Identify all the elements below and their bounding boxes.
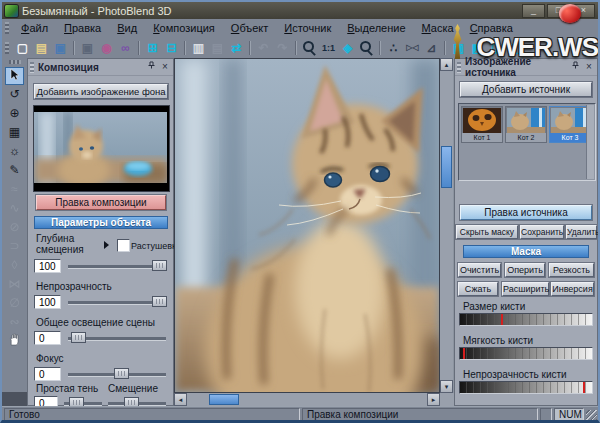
save-icon[interactable]: ▣ [52, 40, 69, 56]
delete-source-button[interactable]: Удалить [566, 225, 597, 239]
zoom-fit-icon[interactable]: ◈ [339, 40, 356, 56]
scene-light-slider[interactable] [68, 337, 166, 341]
depth-value[interactable]: 100 [34, 259, 61, 273]
rotate-tool[interactable]: ↺ [5, 86, 24, 104]
redo-icon[interactable]: ↷ [274, 40, 291, 56]
transform-distort-icon[interactable]: ◫ [507, 40, 524, 56]
background-thumbnail[interactable] [33, 105, 170, 192]
canvas-hscrollbar[interactable]: ◂ ▸ [174, 393, 440, 406]
opacity-slider-handle[interactable] [152, 296, 167, 307]
minimize-button[interactable]: _ [522, 4, 545, 18]
depth-slider[interactable] [68, 265, 166, 269]
opacity-value[interactable]: 100 [34, 295, 61, 309]
add-source-button[interactable]: Добавить источник [460, 82, 592, 97]
expand-mask-button[interactable]: Расширить [502, 282, 549, 296]
select-tool[interactable] [5, 67, 24, 85]
vscroll-thumb[interactable] [441, 146, 452, 188]
zoom-actual-icon[interactable]: 1:1 [320, 40, 337, 56]
focus-slider[interactable] [68, 373, 166, 377]
depth-expander-icon[interactable] [104, 241, 109, 249]
stereo-3d-icon[interactable]: ∞ [117, 40, 134, 56]
stamp-tool[interactable]: ∾ [5, 314, 24, 332]
invert-mask-button[interactable]: Инверсия [551, 282, 594, 296]
hscroll-thumb[interactable] [209, 394, 239, 405]
hide-mask-button[interactable]: Скрыть маску [456, 225, 518, 239]
lasso-tool[interactable]: ∿ [5, 200, 24, 218]
menu-help[interactable]: Справка [462, 20, 521, 36]
feather-checkbox[interactable] [117, 239, 130, 252]
source-thumbnail-2[interactable]: Кот 2 [505, 106, 547, 143]
smudge-tool[interactable]: ⊃ [5, 238, 24, 256]
menu-mask[interactable]: Маска [414, 20, 462, 36]
scene-light-value[interactable]: 0 [34, 331, 61, 345]
canvas-vscrollbar[interactable]: ▴ ▾ [440, 58, 453, 393]
image-tool[interactable]: ▦ [5, 124, 24, 142]
brush-softness-bar[interactable] [459, 347, 593, 360]
composition-panel-header: Композиция × [28, 59, 173, 76]
sharpen-mask-button[interactable]: Резкость [549, 263, 594, 277]
swap-sources-icon[interactable]: ⇄ [228, 40, 245, 56]
move-tool[interactable]: ⊕ [5, 105, 24, 123]
brush-tool[interactable]: ✎ [5, 162, 24, 180]
erase-tool[interactable]: ⊘ [5, 219, 24, 237]
menu-view[interactable]: Вид [109, 20, 145, 36]
menu-object[interactable]: Объект [223, 20, 276, 36]
undo-icon[interactable]: ↶ [255, 40, 272, 56]
move-point-icon[interactable]: ∴ [385, 40, 402, 56]
shrink-mask-button[interactable]: Сжать [458, 282, 498, 296]
menu-composition[interactable]: Композиция [145, 20, 223, 36]
focus-slider-handle[interactable] [114, 368, 129, 379]
close-icon[interactable]: × [159, 61, 171, 73]
focus-value[interactable]: 0 [34, 367, 61, 381]
menu-source[interactable]: Источник [276, 20, 339, 36]
resize-grip[interactable] [586, 410, 597, 421]
dodge-tool[interactable]: ◊ [5, 257, 24, 275]
paste-source-icon[interactable]: ⊟ [163, 40, 180, 56]
copy-icon[interactable]: ▥ [190, 40, 207, 56]
transform-scale-icon[interactable]: ◪ [488, 40, 505, 56]
zoom-icon[interactable] [301, 40, 318, 56]
hand-tool[interactable] [5, 333, 24, 351]
zoom-window-icon[interactable] [358, 40, 375, 56]
opacity-slider[interactable] [68, 301, 166, 305]
source-thumbnail-3[interactable]: Кот 3 [549, 106, 591, 143]
perspective-icon[interactable]: ⊿ [423, 40, 440, 56]
scroll-left-button[interactable]: ◂ [174, 393, 187, 406]
source-list-scrollbar[interactable] [586, 105, 594, 179]
flip-icon[interactable]: ▷◁ [404, 40, 421, 56]
new-file-icon[interactable]: ▢ [14, 40, 31, 56]
depth-slider-handle[interactable] [152, 260, 167, 271]
pin-icon[interactable] [145, 61, 157, 73]
save-as-icon[interactable]: ▣ [79, 40, 96, 56]
menu-selection[interactable]: Выделение [339, 20, 413, 36]
panel-grip[interactable] [457, 62, 461, 73]
scene-light-slider-handle[interactable] [71, 332, 86, 343]
burn-tool[interactable]: ⋈ [5, 276, 24, 294]
open-file-icon[interactable]: ▤ [33, 40, 50, 56]
scroll-down-button[interactable]: ▾ [440, 380, 453, 393]
close-icon[interactable]: × [583, 61, 595, 73]
light-tool[interactable]: ☼ [5, 143, 24, 161]
scroll-up-button[interactable]: ▴ [440, 58, 453, 71]
edit-composition-button[interactable]: Правка композиции [36, 195, 166, 210]
transform-rotate-icon[interactable]: ◩ [469, 40, 486, 56]
menu-edit[interactable]: Правка [56, 20, 109, 36]
sharpen-tool[interactable]: ∅ [5, 295, 24, 313]
clear-mask-button[interactable]: Очистить [458, 263, 501, 277]
save-mask-button[interactable]: Сохранить [520, 225, 564, 239]
pin-icon[interactable] [569, 61, 581, 73]
paste-background-icon[interactable]: ⊞ [144, 40, 161, 56]
edit-source-button[interactable]: Правка источника [460, 205, 592, 220]
mask-brush-tool[interactable]: ≈ [5, 181, 24, 199]
feather-mask-button[interactable]: Оперить [505, 263, 545, 277]
menu-file[interactable]: Файл [13, 20, 56, 36]
source-thumbnail-1[interactable]: Кот 1 [461, 106, 503, 143]
render-3d-icon[interactable]: ◉ [98, 40, 115, 56]
brush-opacity-bar[interactable] [459, 381, 593, 394]
add-background-button[interactable]: Добавить изображение фона [34, 84, 168, 99]
canvas-image[interactable] [174, 58, 440, 393]
brush-size-bar[interactable] [459, 313, 593, 326]
paste-icon[interactable]: ▤ [209, 40, 226, 56]
panel-grip[interactable] [30, 62, 34, 73]
scroll-right-button[interactable]: ▸ [427, 393, 440, 406]
